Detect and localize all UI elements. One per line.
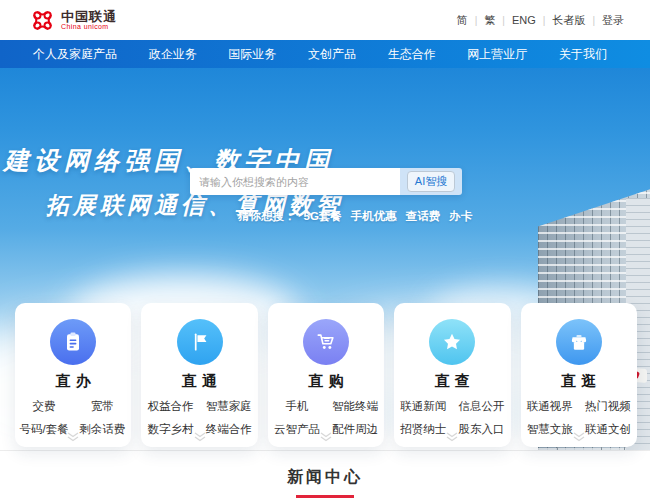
quick-service-cards: 直办 交费 宽带 号码/套餐 剩余话费 直通 权益合作 智慧家庭 数字乡村 终端… — [15, 303, 637, 447]
link-unicom-cultural[interactable]: 联通文创 — [579, 422, 637, 437]
nav-international[interactable]: 国际业务 — [228, 46, 276, 63]
hot-term-check-bill[interactable]: 查话费 — [406, 209, 441, 224]
logo-name-en: China unicom — [61, 23, 117, 30]
link-remaining-balance[interactable]: 剩余话费 — [73, 422, 131, 437]
lang-simplified-link[interactable]: 简 — [457, 13, 468, 28]
divider: | — [475, 15, 478, 26]
china-unicom-logo[interactable]: 中国联通 China unicom — [30, 8, 117, 33]
divider: | — [592, 15, 595, 26]
expand-chevron-icon[interactable] — [193, 432, 207, 442]
divider: | — [543, 15, 546, 26]
card-zhitong[interactable]: 直通 权益合作 智慧家庭 数字乡村 终端合作 — [141, 303, 257, 447]
nav-cultural-products[interactable]: 文创产品 — [308, 46, 356, 63]
search-input[interactable] — [190, 168, 400, 195]
hot-term-get-card[interactable]: 办卡 — [449, 209, 472, 224]
link-cloud-products[interactable]: 云智产品 — [268, 422, 326, 437]
card-zhiguang[interactable]: 直逛 联通视界 热门视频 智慧文旅 联通文创 — [521, 303, 637, 447]
link-digital-village[interactable]: 数字乡村 — [141, 422, 199, 437]
expand-chevron-icon[interactable] — [445, 432, 459, 442]
lang-english-link[interactable]: ENG — [512, 14, 536, 26]
ai-search-label: AI智搜 — [407, 171, 455, 192]
search-bar: AI智搜 — [190, 168, 462, 195]
card-zhicha[interactable]: 直查 联通新闻 信息公开 招贤纳士 股东入口 — [394, 303, 510, 447]
link-rights-cooperation[interactable]: 权益合作 — [141, 399, 199, 414]
hot-search-label: 猜你想搜： — [238, 209, 296, 224]
link-terminal-cooperation[interactable]: 终端合作 — [200, 422, 258, 437]
unicom-knot-icon — [30, 8, 55, 33]
card-zhiban[interactable]: 直办 交费 宽带 号码/套餐 剩余话费 — [15, 303, 131, 447]
nav-about-us[interactable]: 关于我们 — [559, 46, 607, 63]
login-link[interactable]: 登录 — [602, 13, 624, 28]
link-hot-videos[interactable]: 热门视频 — [579, 399, 637, 414]
link-smart-terminals[interactable]: 智能终端 — [326, 399, 384, 414]
link-recruitment[interactable]: 招贤纳士 — [394, 422, 452, 437]
link-pay-fees[interactable]: 交费 — [15, 399, 73, 414]
card-title: 直通 — [141, 372, 257, 391]
hot-search-suggestions: 猜你想搜： 5G套餐 手机优惠 查话费 办卡 — [238, 209, 481, 224]
link-shareholder-portal[interactable]: 股东入口 — [452, 422, 510, 437]
link-phones[interactable]: 手机 — [268, 399, 326, 414]
clipboard-icon — [50, 319, 96, 365]
news-title-accent-bar — [296, 495, 354, 498]
nav-personal-home-products[interactable]: 个人及家庭产品 — [33, 46, 117, 63]
expand-chevron-icon[interactable] — [319, 432, 333, 442]
link-unicom-vision[interactable]: 联通视界 — [521, 399, 579, 414]
star-icon — [429, 319, 475, 365]
lang-traditional-link[interactable]: 繁 — [484, 13, 495, 28]
main-navigation: 个人及家庭产品 政企业务 国际业务 文创产品 生态合作 网上营业厅 关于我们 — [0, 40, 650, 68]
cart-icon — [303, 319, 349, 365]
card-title: 直购 — [268, 372, 384, 391]
elder-version-link[interactable]: 长者版 — [552, 13, 585, 28]
link-number-plan[interactable]: 号码/套餐 — [15, 422, 73, 437]
link-broadband[interactable]: 宽带 — [73, 399, 131, 414]
link-unicom-news[interactable]: 联通新闻 — [394, 399, 452, 414]
ai-search-button[interactable]: AI智搜 — [400, 168, 462, 195]
link-information-disclosure[interactable]: 信息公开 — [452, 399, 510, 414]
storefront-icon — [556, 319, 602, 365]
link-smart-tourism[interactable]: 智慧文旅 — [521, 422, 579, 437]
hot-term-5g-plan[interactable]: 5G套餐 — [304, 209, 342, 224]
news-center-title: 新闻中心 — [287, 467, 363, 488]
nav-online-business-hall[interactable]: 网上营业厅 — [467, 46, 527, 63]
card-title: 直办 — [15, 372, 131, 391]
link-accessories[interactable]: 配件周边 — [326, 422, 384, 437]
news-center-section: 新闻中心 — [0, 451, 650, 500]
expand-chevron-icon[interactable] — [66, 432, 80, 442]
nav-ecosystem-cooperation[interactable]: 生态合作 — [388, 46, 436, 63]
hot-term-phone-deals[interactable]: 手机优惠 — [351, 209, 397, 224]
header-links: 简| 繁| ENG| 长者版| 登录 — [457, 13, 624, 28]
card-title: 直逛 — [521, 372, 637, 391]
nav-government-enterprise[interactable]: 政企业务 — [149, 46, 197, 63]
logo-name-cn: 中国联通 — [61, 10, 117, 24]
divider: | — [502, 15, 505, 26]
expand-chevron-icon[interactable] — [572, 432, 586, 442]
link-smart-home[interactable]: 智慧家庭 — [200, 399, 258, 414]
flag-icon — [177, 319, 223, 365]
top-header: 中国联通 China unicom 简| 繁| ENG| 长者版| 登录 — [0, 0, 650, 40]
card-title: 直查 — [394, 372, 510, 391]
card-zhigou[interactable]: 直购 手机 智能终端 云智产品 配件周边 — [268, 303, 384, 447]
